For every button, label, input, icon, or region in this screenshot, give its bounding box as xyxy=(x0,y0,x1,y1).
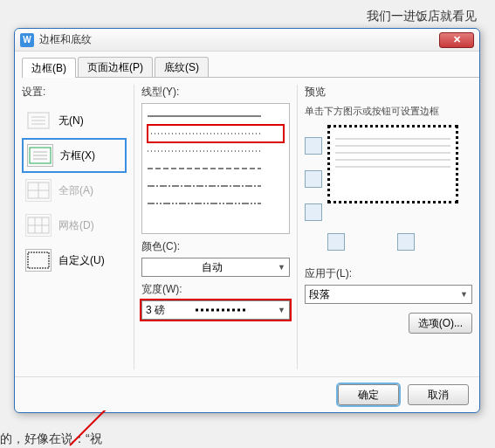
tab-bar: 边框(B) 页面边框(P) 底纹(S) xyxy=(22,57,479,78)
apply-value: 段落 xyxy=(309,287,330,302)
apply-heading: 应用于(L): xyxy=(305,266,472,281)
border-middle-button[interactable] xyxy=(305,170,322,188)
setting-label: 网格(D) xyxy=(58,218,94,233)
setting-custom[interactable]: 自定义(U) xyxy=(22,243,127,278)
background-text: 的，好像在说：“祝 xyxy=(0,431,102,447)
titlebar: W 边框和底纹 ✕ xyxy=(15,29,479,52)
chevron-down-icon: ▼ xyxy=(460,290,468,299)
dialog-title: 边框和底纹 xyxy=(39,32,92,47)
setting-label: 方框(X) xyxy=(60,148,95,163)
setting-label: 全部(A) xyxy=(58,183,93,198)
chevron-down-icon: ▼ xyxy=(278,306,285,314)
dialog-footer: 确定 取消 xyxy=(15,376,479,412)
style-column: 线型(Y): 颜色(C): 自动 ▼ 宽度(W): 3 磅 xyxy=(141,85,290,369)
linestyle-heading: 线型(Y): xyxy=(141,85,290,100)
setting-none[interactable]: 无(N) xyxy=(22,103,127,138)
setting-label: 自定义(U) xyxy=(58,253,105,268)
setting-all[interactable]: 全部(A) xyxy=(22,173,127,208)
box-icon xyxy=(27,144,53,167)
options-button[interactable]: 选项(O)... xyxy=(409,313,472,334)
all-icon xyxy=(25,179,52,202)
border-left-button[interactable] xyxy=(327,233,345,251)
close-button[interactable]: ✕ xyxy=(439,32,474,48)
ok-button[interactable]: 确定 xyxy=(338,384,399,405)
settings-heading: 设置: xyxy=(22,85,127,100)
dialog-body: 设置: 无(N) 方框(X) 全部(A) xyxy=(15,78,479,376)
preview-column: 预览 单击下方图示或按钮可设置边框 应用于(L): 段落 xyxy=(305,85,472,369)
tab-borders[interactable]: 边框(B) xyxy=(22,58,76,78)
preview-area xyxy=(305,125,472,221)
setting-label: 无(N) xyxy=(58,114,84,128)
borders-shading-dialog: W 边框和底纹 ✕ 边框(B) 页面边框(P) 底纹(S) 设置: 无(N) 方… xyxy=(14,28,480,413)
color-heading: 颜色(C): xyxy=(141,239,290,254)
border-top-button[interactable] xyxy=(305,137,322,155)
settings-column: 设置: 无(N) 方框(X) 全部(A) xyxy=(22,85,127,369)
width-sample-icon xyxy=(196,306,248,314)
width-value: 3 磅 xyxy=(146,303,165,318)
divider xyxy=(134,85,134,369)
preview-heading: 预览 xyxy=(305,85,472,100)
tab-page-borders[interactable]: 页面边框(P) xyxy=(78,57,153,77)
preview-box xyxy=(327,125,458,203)
grid-icon xyxy=(25,214,52,237)
app-icon: W xyxy=(20,33,34,47)
width-heading: 宽度(W): xyxy=(141,282,290,297)
cancel-button[interactable]: 取消 xyxy=(408,384,469,405)
divider xyxy=(297,85,298,369)
linestyle-list[interactable] xyxy=(141,103,290,234)
color-dropdown[interactable]: 自动 ▼ xyxy=(141,258,290,277)
border-right-button[interactable] xyxy=(397,233,415,251)
width-dropdown[interactable]: 3 磅 ▼ xyxy=(141,300,290,320)
border-bottom-button[interactable] xyxy=(305,203,322,221)
background-text: 我们一进饭店就看见 xyxy=(367,9,477,24)
chevron-down-icon: ▼ xyxy=(278,263,285,272)
color-value: 自动 xyxy=(202,260,223,275)
apply-dropdown[interactable]: 段落 ▼ xyxy=(305,285,472,304)
tab-shading[interactable]: 底纹(S) xyxy=(155,57,209,77)
setting-box[interactable]: 方框(X) xyxy=(22,138,127,173)
preview-hint: 单击下方图示或按钮可设置边框 xyxy=(305,105,472,118)
svg-rect-15 xyxy=(28,252,49,268)
none-icon xyxy=(25,109,52,132)
custom-icon xyxy=(25,249,52,272)
setting-grid[interactable]: 网格(D) xyxy=(22,208,127,243)
